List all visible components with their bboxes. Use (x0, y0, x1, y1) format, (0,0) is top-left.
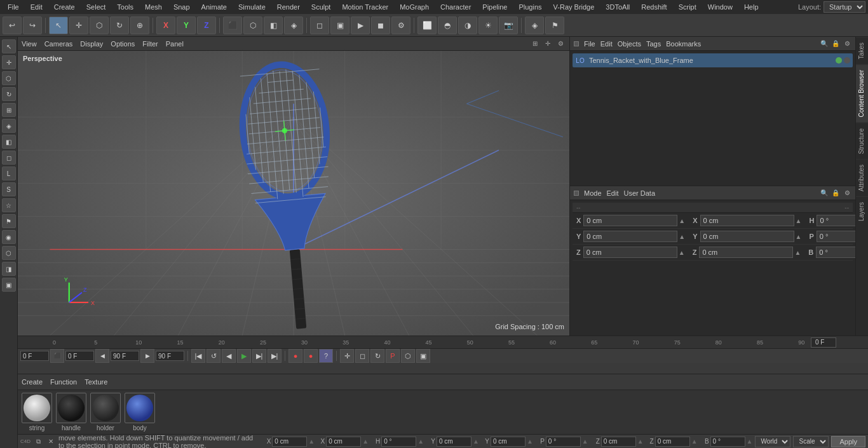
mat-function-menu[interactable]: Function (50, 378, 77, 386)
attr-y-pos-input[interactable] (583, 231, 677, 242)
menu-select[interactable]: Select (81, 2, 111, 12)
vp-menu-filter[interactable]: Filter (142, 40, 158, 48)
vp-menu-cameras[interactable]: Cameras (44, 40, 73, 48)
vp-menu-view[interactable]: View (22, 40, 37, 48)
lock-icon[interactable]: 🔒 (831, 39, 840, 48)
coord-x-input[interactable] (272, 437, 307, 447)
tl-key-rotate-btn[interactable]: ↻ (370, 349, 384, 363)
tl-prev-btn[interactable]: ◀ (222, 349, 236, 363)
attr-x-size-input[interactable] (700, 215, 794, 226)
render-region-button[interactable]: ▣ (330, 17, 349, 34)
move-tool-button[interactable]: ✛ (69, 17, 88, 34)
sidebar-tool-10[interactable]: S (2, 182, 16, 196)
attr-settings-icon[interactable]: ⚙ (843, 189, 851, 198)
material-string[interactable]: string (22, 393, 52, 431)
tl-next-btn[interactable]: ▶| (252, 349, 266, 363)
edge-mode-button[interactable]: ⬡ (243, 17, 262, 34)
menu-simulate[interactable]: Simulate (233, 2, 271, 12)
sidebar-scale-tool[interactable]: ⬡ (2, 71, 16, 85)
tl-play-start-btn[interactable]: ⬛ (50, 349, 64, 363)
vp-expand-icon[interactable]: ⊞ (530, 39, 540, 49)
scale-select[interactable]: Scale (793, 436, 829, 447)
x-axis-button[interactable]: X (156, 17, 175, 34)
visibility-dot[interactable] (836, 57, 842, 64)
sidebar-tool-14[interactable]: ⬡ (2, 246, 16, 260)
sidebar-tool-6[interactable]: ◈ (2, 119, 16, 133)
tl-key-move-btn[interactable]: ✛ (340, 349, 354, 363)
undo-button[interactable]: ↩ (3, 17, 22, 34)
tab-attributes[interactable]: Attributes (856, 159, 868, 196)
attr-h-input[interactable] (817, 215, 855, 226)
menu-help[interactable]: Help (739, 2, 764, 12)
sidebar-tool-7[interactable]: ◧ (2, 135, 16, 149)
sidebar-move-tool[interactable]: ✛ (2, 55, 16, 69)
sidebar-tool-5[interactable]: ⊞ (2, 103, 16, 117)
search-icon[interactable]: 🔍 (820, 39, 829, 48)
extra-tool-2[interactable]: ⚑ (545, 17, 564, 34)
menu-script[interactable]: Script (674, 2, 702, 12)
material-holder[interactable]: holder (90, 393, 121, 431)
material-handle[interactable]: handle (56, 393, 86, 431)
tl-preview-start[interactable] (65, 351, 94, 361)
menu-3dtoall[interactable]: 3DToAll (600, 2, 635, 12)
sidebar-tool-11[interactable]: ☆ (2, 198, 16, 212)
render-dot[interactable] (844, 57, 850, 64)
sidebar-rotate-tool[interactable]: ↻ (2, 87, 16, 101)
tl-motion-clip-btn[interactable]: ▣ (416, 349, 430, 363)
tl-frame-start[interactable] (20, 351, 49, 361)
ipr-button[interactable]: ◼ (371, 17, 390, 34)
window-close-icon[interactable]: ✕ (46, 437, 56, 447)
viewport-canvas[interactable]: X Y Z (18, 51, 569, 336)
menu-file[interactable]: File (3, 2, 24, 12)
menu-sculpt[interactable]: Sculpt (306, 2, 336, 12)
tab-structure[interactable]: Structure (856, 123, 868, 160)
menu-plugins[interactable]: Plugins (513, 2, 546, 12)
menu-mesh[interactable]: Mesh (140, 2, 167, 12)
coord-z2-input[interactable] (655, 437, 690, 447)
tl-auto-key-btn[interactable]: ● (304, 349, 318, 363)
menu-animate[interactable]: Animate (196, 2, 232, 12)
menu-motion-tracker[interactable]: Motion Tracker (337, 2, 393, 12)
background-button[interactable]: ◑ (458, 17, 477, 34)
window-restore-icon[interactable]: ⧉ (33, 437, 43, 447)
sidebar-tool-13[interactable]: ◉ (2, 230, 16, 244)
tl-loop-btn[interactable]: ↺ (207, 349, 220, 363)
coord-p-input[interactable] (546, 437, 581, 447)
tl-preview-end[interactable] (111, 351, 139, 361)
tl-help-btn[interactable]: ? (319, 349, 333, 363)
attr-mode-menu[interactable]: Mode (584, 189, 602, 197)
attr-search-icon[interactable]: 🔍 (820, 189, 829, 198)
tl-goto-end-btn[interactable]: ▶| (268, 349, 281, 363)
menu-render[interactable]: Render (272, 2, 305, 12)
coord-x2-input[interactable] (326, 437, 361, 447)
attr-xsize-arrow[interactable]: ▲ (796, 217, 802, 224)
tl-prev-frame-btn[interactable]: ◀ (95, 349, 109, 363)
sidebar-tool-15[interactable]: ◨ (2, 262, 16, 276)
attr-zsize-arrow[interactable]: ▲ (794, 249, 801, 256)
attr-x-pos-input[interactable] (583, 215, 677, 226)
transform-tool-button[interactable]: ⊕ (130, 17, 149, 34)
select-tool-button[interactable]: ↖ (49, 17, 68, 34)
object-mode-button[interactable]: ⬛ (223, 17, 242, 34)
tl-goto-start-btn[interactable]: |◀ (191, 349, 205, 363)
apply-button[interactable]: Apply (831, 436, 865, 447)
settings-icon[interactable]: ⚙ (843, 39, 851, 48)
coord-y-input[interactable] (437, 437, 471, 447)
tl-key-record-btn[interactable]: P (386, 349, 400, 363)
light-button[interactable]: ☀ (478, 17, 498, 34)
rotate-tool-button[interactable]: ↻ (110, 17, 129, 34)
render-settings-button[interactable]: ⚙ (391, 17, 410, 34)
tl-record-btn[interactable]: ● (288, 349, 302, 363)
coord-y2-input[interactable] (491, 437, 526, 447)
tab-takes[interactable]: Takes (856, 37, 868, 64)
snap-button[interactable]: ◻ (310, 17, 329, 34)
mat-texture-menu[interactable]: Texture (85, 378, 107, 386)
attr-ysize-arrow[interactable]: ▲ (796, 233, 802, 240)
om-file-menu[interactable]: File (584, 40, 595, 48)
om-edit-menu[interactable]: Edit (600, 40, 613, 48)
point-mode-button[interactable]: ◈ (284, 17, 303, 34)
menu-redshift[interactable]: Redshift (636, 2, 672, 12)
sidebar-tool-9[interactable]: L (2, 166, 16, 180)
extra-tool-1[interactable]: ◈ (525, 17, 544, 34)
vp-settings-icon[interactable]: ⚙ (555, 39, 566, 49)
